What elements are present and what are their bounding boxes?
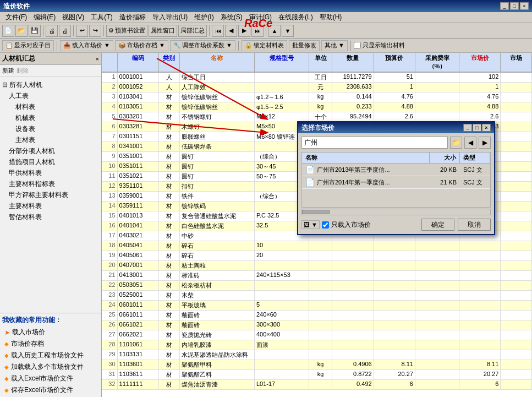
modal-col-size: 大小 — [430, 153, 460, 163]
modal-file-row-2[interactable]: 📄 广州市2014年第一季度信... 21 KB SCJ 文 — [302, 176, 490, 189]
modal-close-button[interactable]: × — [482, 124, 491, 132]
modal-file-list: 📄 广州市2013年第三季度信... 20 KB SCJ 文 📄 广州市2014… — [301, 164, 491, 208]
view-icon-button[interactable]: 🖼 ▼ — [301, 220, 320, 229]
modal-file-size-1: 20 KB — [430, 166, 460, 173]
nav-back-button[interactable]: ◀ — [464, 137, 476, 149]
modal-toolbar: 📁 ◀ ▶ — [301, 137, 491, 149]
modal-cancel-button[interactable]: 取消 — [458, 219, 491, 231]
only-load-market-price-checkbox[interactable] — [322, 221, 329, 229]
modal-scroll-thumb — [302, 210, 330, 214]
modal-file-size-2: 21 KB — [430, 178, 460, 186]
modal-minimize-button[interactable]: _ — [463, 124, 472, 132]
file-icon-1: 📄 — [305, 165, 315, 174]
nav-forward-button[interactable]: ▶ — [479, 137, 491, 149]
file-icon-2: 📄 — [305, 178, 315, 187]
modal-file-name-1: 📄 广州市2013年第三季度信... — [302, 165, 430, 175]
select-market-price-dialog: 选择市场价 _ □ × 📁 ◀ ▶ 名称 大小 类型 — [297, 121, 495, 235]
modal-col-name: 名称 — [302, 153, 430, 163]
checkbox-label: 只载入市场价 — [331, 220, 371, 230]
modal-checkbox-area: 🖼 ▼ 只载入市场价 — [301, 220, 371, 230]
modal-file-name-2: 📄 广州市2014年第一季度信... — [302, 177, 430, 187]
modal-file-type-2: SCJ 文 — [460, 178, 490, 187]
modal-maximize-button[interactable]: □ — [473, 124, 481, 132]
modal-file-row-1[interactable]: 📄 广州市2013年第三季度信... 20 KB SCJ 文 — [302, 164, 490, 176]
modal-ok-button[interactable]: 确定 — [421, 219, 454, 231]
modal-table-header: 名称 大小 类型 — [301, 152, 491, 164]
folder-up-button[interactable]: 📁 — [450, 137, 462, 149]
modal-title-bar: 选择市场价 _ □ × — [298, 122, 494, 133]
modal-overlay: 选择市场价 _ □ × 📁 ◀ ▶ 名称 大小 类型 — [0, 0, 532, 397]
modal-title-buttons[interactable]: _ □ × — [463, 124, 491, 132]
modal-title: 选择市场价 — [301, 123, 463, 133]
modal-scrollbar[interactable] — [301, 209, 491, 215]
modal-file-type-1: SCJ 文 — [460, 165, 490, 175]
modal-col-type: 类型 — [460, 153, 490, 163]
location-input[interactable] — [301, 137, 448, 149]
modal-body: 📁 ◀ ▶ 名称 大小 类型 📄 广州市2013年第三季度信... 20 KB … — [298, 133, 494, 234]
modal-footer: 🖼 ▼ 只载入市场价 确定 取消 — [301, 219, 491, 231]
